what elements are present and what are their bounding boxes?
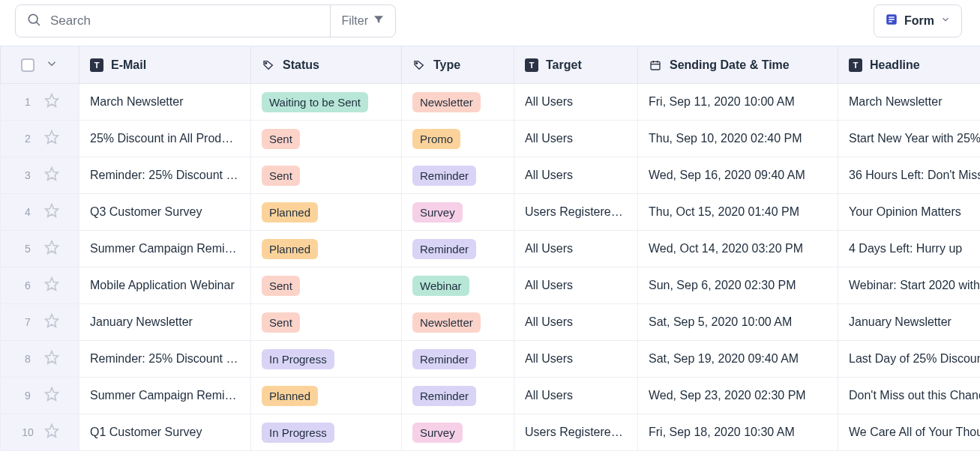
cell-date[interactable]: Thu, Sep 10, 2020 02:40 PM <box>638 121 838 157</box>
cell-email[interactable]: Summer Campaign Reminder <box>79 378 251 414</box>
cell-email[interactable]: Reminder: 25% Discount Ends <box>79 157 251 194</box>
cell-headline[interactable]: Webinar: Start 2020 with Us <box>838 267 981 304</box>
cell-type[interactable]: Newsletter <box>402 84 514 121</box>
cell-headline[interactable]: March Newsletter <box>838 84 981 121</box>
cell-email[interactable]: Summer Campaign Reminder <box>79 231 251 267</box>
svg-marker-16 <box>46 241 58 254</box>
table-row[interactable]: 7January NewsletterSentNewsletterAll Use… <box>1 304 981 341</box>
star-icon[interactable] <box>44 240 59 258</box>
cell-status[interactable]: Planned <box>251 378 402 414</box>
star-icon[interactable] <box>44 423 59 441</box>
cell-email[interactable]: Q3 Customer Survey <box>79 194 251 231</box>
cell-headline[interactable]: 36 Hours Left: Don't Miss Out <box>838 157 981 194</box>
table-row[interactable]: 5Summer Campaign ReminderPlannedReminder… <box>1 231 981 267</box>
table-row[interactable]: 3Reminder: 25% Discount EndsSentReminder… <box>1 157 981 194</box>
cell-status[interactable]: Planned <box>251 231 402 267</box>
cell-headline[interactable]: Don't Miss out this Chance <box>838 378 981 414</box>
cell-date[interactable]: Wed, Sep 23, 2020 02:30 PM <box>638 378 838 414</box>
search-field[interactable] <box>16 5 330 37</box>
cell-type[interactable]: Reminder <box>402 231 514 267</box>
cell-type[interactable]: Reminder <box>402 341 514 378</box>
cell-email[interactable]: Reminder: 25% Discount Final <box>79 341 251 378</box>
cell-date[interactable]: Sun, Sep 6, 2020 02:30 PM <box>638 267 838 304</box>
cell-status[interactable]: In Progress <box>251 341 402 378</box>
star-icon[interactable] <box>44 313 59 331</box>
cell-target[interactable]: Users Registered Q1 <box>514 414 638 451</box>
star-icon[interactable] <box>44 276 59 294</box>
table-header-row: T E-Mail Status Type <box>1 46 981 84</box>
view-form-button[interactable]: Form <box>874 4 962 37</box>
cell-headline[interactable]: 4 Days Left: Hurry up <box>838 231 981 267</box>
chevron-down-icon[interactable] <box>45 57 58 73</box>
cell-headline[interactable]: Start New Year with 25% Off <box>838 121 981 157</box>
header-type[interactable]: Type <box>402 46 514 84</box>
cell-target[interactable]: All Users <box>514 157 638 194</box>
cell-headline[interactable]: January Newsletter <box>838 304 981 341</box>
svg-marker-14 <box>46 168 58 181</box>
cell-type[interactable]: Survey <box>402 414 514 451</box>
table-row[interactable]: 1March NewsletterWaiting to be SentNewsl… <box>1 84 981 121</box>
cell-status[interactable]: Sent <box>251 304 402 341</box>
search-input[interactable] <box>49 13 319 29</box>
cell-status[interactable]: Sent <box>251 267 402 304</box>
header-date[interactable]: Sending Date & Time <box>638 46 838 84</box>
cell-target[interactable]: All Users <box>514 341 638 378</box>
star-icon[interactable] <box>44 93 59 111</box>
cell-headline[interactable]: Your Opinion Matters <box>838 194 981 231</box>
filter-button[interactable]: Filter <box>330 5 395 37</box>
search-icon <box>26 12 41 30</box>
star-icon[interactable] <box>44 350 59 368</box>
cell-date[interactable]: Wed, Oct 14, 2020 03:20 PM <box>638 231 838 267</box>
cell-date[interactable]: Thu, Oct 15, 2020 01:40 PM <box>638 194 838 231</box>
table-row[interactable]: 6Mobile Application WebinarSentWebinarAl… <box>1 267 981 304</box>
cell-date[interactable]: Sat, Sep 19, 2020 09:40 AM <box>638 341 838 378</box>
cell-email[interactable]: Q1 Customer Survey <box>79 414 251 451</box>
select-all-checkbox[interactable] <box>21 58 34 72</box>
cell-target[interactable]: Users Registered Q3 <box>514 194 638 231</box>
cell-date[interactable]: Sat, Sep 5, 2020 10:00 AM <box>638 304 838 341</box>
cell-headline[interactable]: We Care All of Your Thoughts <box>838 414 981 451</box>
cell-target[interactable]: All Users <box>514 84 638 121</box>
cell-status[interactable]: Sent <box>251 121 402 157</box>
cell-status[interactable]: Waiting to be Sent <box>251 84 402 121</box>
cell-target[interactable]: All Users <box>514 231 638 267</box>
cell-type[interactable]: Reminder <box>402 378 514 414</box>
cell-date[interactable]: Fri, Sep 18, 2020 10:30 AM <box>638 414 838 451</box>
star-icon[interactable] <box>44 203 59 221</box>
cell-type[interactable]: Survey <box>402 194 514 231</box>
table-row[interactable]: 4Q3 Customer SurveyPlannedSurveyUsers Re… <box>1 194 981 231</box>
table-row[interactable]: 10Q1 Customer SurveyIn ProgressSurveyUse… <box>1 414 981 451</box>
cell-email[interactable]: March Newsletter <box>79 84 251 121</box>
cell-target[interactable]: All Users <box>514 121 638 157</box>
row-gutter: 2 <box>1 121 79 157</box>
cell-email[interactable]: Mobile Application Webinar <box>79 267 251 304</box>
cell-target[interactable]: All Users <box>514 267 638 304</box>
row-gutter: 10 <box>1 414 79 451</box>
star-icon[interactable] <box>44 387 59 405</box>
table-row[interactable]: 225% Discount in All ProductsSentPromoAl… <box>1 121 981 157</box>
text-column-icon: T <box>90 58 103 72</box>
cell-email[interactable]: January Newsletter <box>79 304 251 341</box>
star-icon[interactable] <box>44 166 59 184</box>
star-icon[interactable] <box>44 130 59 148</box>
cell-target[interactable]: All Users <box>514 378 638 414</box>
header-headline[interactable]: T Headline <box>838 46 981 84</box>
cell-status[interactable]: In Progress <box>251 414 402 451</box>
header-email[interactable]: T E-Mail <box>79 46 251 84</box>
cell-type[interactable]: Promo <box>402 121 514 157</box>
table-row[interactable]: 8Reminder: 25% Discount FinalIn Progress… <box>1 341 981 378</box>
table-row[interactable]: 9Summer Campaign ReminderPlannedReminder… <box>1 378 981 414</box>
cell-status[interactable]: Planned <box>251 194 402 231</box>
header-status[interactable]: Status <box>251 46 402 84</box>
cell-target[interactable]: All Users <box>514 304 638 341</box>
cell-date[interactable]: Fri, Sep 11, 2020 10:00 AM <box>638 84 838 121</box>
cell-headline[interactable]: Last Day of 25% Discount <box>838 341 981 378</box>
header-target[interactable]: T Target <box>514 46 638 84</box>
cell-email[interactable]: 25% Discount in All Products <box>79 121 251 157</box>
cell-type[interactable]: Reminder <box>402 157 514 194</box>
cell-status[interactable]: Sent <box>251 157 402 194</box>
cell-type[interactable]: Webinar <box>402 267 514 304</box>
cell-type[interactable]: Newsletter <box>402 304 514 341</box>
email-table: T E-Mail Status Type <box>0 46 980 451</box>
cell-date[interactable]: Wed, Sep 16, 2020 09:40 AM <box>638 157 838 194</box>
